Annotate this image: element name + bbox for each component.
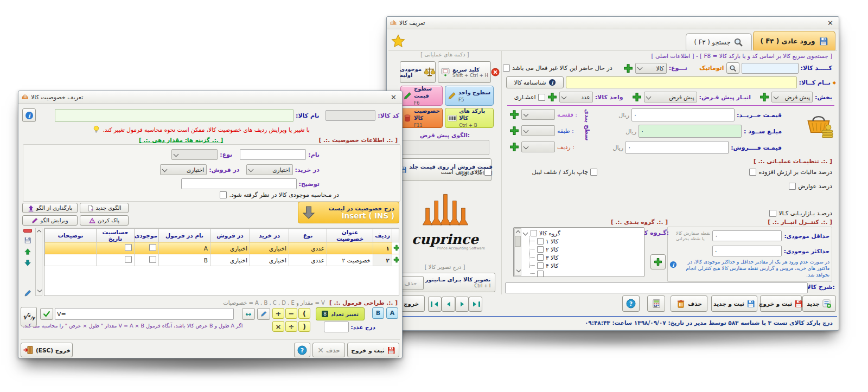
decimal-checkbox[interactable] [538,94,545,101]
description-input[interactable] [505,282,808,293]
calculator-button[interactable] [647,295,665,312]
col-sale[interactable]: در فروش [210,229,250,242]
open-paren-button[interactable]: ( [298,308,310,319]
back-window-titlebar[interactable]: تعریف کالا ✕ [387,17,839,29]
stock-consider-checkbox[interactable] [220,191,227,198]
clear-template-button[interactable]: پاک کردن [80,215,129,226]
add-row-icon[interactable] [393,256,399,263]
col-type[interactable]: نوع [289,229,327,242]
chevron-down-icon[interactable] [523,230,528,236]
help-button[interactable] [294,343,310,357]
formula-input[interactable]: V= [55,308,234,320]
new-button[interactable]: جدید [802,295,836,312]
inactive-checkbox[interactable] [503,65,510,72]
grid-scrollbar[interactable] [35,228,42,296]
product-code-input[interactable] [326,110,375,121]
insert-property-button[interactable]: درج خصوصیت در لیست Insert ( INS ) [298,202,399,223]
tree-item-checkbox[interactable] [537,262,544,269]
nav-last-button[interactable] [469,297,482,312]
product-id-card-button[interactable]: شناسنامه کالا [506,76,564,88]
info-button[interactable] [22,108,36,122]
tab-normal-entry[interactable]: ورود عادی ( F۴ ) [753,31,835,50]
sale-price-input[interactable]: ۰ [626,141,729,154]
tab-search[interactable]: جستجو ( F۳ ) [686,33,752,50]
stock-checkbox[interactable] [149,244,156,251]
price-levels-button[interactable]: سطوح قیمتF6 [400,86,443,106]
table-row[interactable]: ۲ خصوصیت ۲ عددی اختیاری اختیاری B [45,254,400,266]
move-down-icon[interactable] [24,259,31,267]
save-exit-button[interactable]: ثبت و خروج [347,343,399,357]
unit-select[interactable]: عدد [559,92,593,102]
min-stock-input[interactable]: ۰ [712,230,782,241]
mult-op-button[interactable]: × [272,321,284,332]
change-count-button[interactable]: تغییر تعداد 8 [316,307,365,320]
marketing-checkbox[interactable] [769,210,776,217]
product-name-input[interactable] [566,76,797,88]
initial-stock-button[interactable]: موجودی اولیه [400,61,436,83]
tree-item-checkbox[interactable] [537,271,544,277]
load-template-button[interactable]: بارگذاری از الگو [22,203,78,213]
edit-row-icon[interactable] [24,290,31,297]
nav-next-button[interactable] [455,297,469,312]
vat-checkbox[interactable] [749,169,756,176]
note-input[interactable] [181,178,297,189]
add-warehouse-icon[interactable] [632,92,642,102]
div-op-button[interactable]: ÷ [285,321,297,332]
col-row[interactable]: ردیف [373,229,392,242]
add-unit-icon[interactable] [547,92,557,102]
add-group-button[interactable] [650,254,666,269]
save-new-button[interactable]: ثبت و جدید [711,295,757,312]
close-red-icon[interactable] [491,68,500,76]
code-search-button[interactable] [726,62,739,74]
barcode-print-checkbox[interactable] [590,169,597,176]
save-grid-icon[interactable] [24,236,31,244]
nav-first-button[interactable] [428,297,442,312]
purchase-price-input[interactable]: ۰ [631,108,735,121]
col-purchase[interactable]: در خرید [250,229,289,242]
tree-item[interactable]: کالا ۲ [522,245,643,253]
col-stock[interactable]: موجودی [135,229,159,242]
weight-product-checkbox[interactable] [484,169,492,176]
delete-button-disabled[interactable]: ✕ حذف [312,343,345,357]
col-formula-name[interactable]: نام در فرمول [159,229,210,242]
toll-checkbox[interactable] [789,183,796,190]
backspace-button[interactable]: ↔ [242,308,255,320]
close-icon[interactable]: ✕ [825,19,835,27]
tree-item[interactable]: کالا ۴ [522,261,643,269]
type-select[interactable]: کالا [635,63,667,74]
delete-button[interactable]: حذف [671,295,707,312]
date-sensitivity-checkbox[interactable] [125,256,132,263]
plus-op-button[interactable]: + [272,308,284,319]
tree-item[interactable]: کالا ۱ [522,237,643,245]
b-var-button[interactable]: B [372,307,384,319]
product-code-input[interactable] [742,63,799,74]
section-select[interactable]: پیش فرض [771,92,813,102]
tree-item[interactable]: کالا ۳ [522,253,643,261]
scroll-thumb[interactable] [515,236,521,247]
automatic-link[interactable]: اتوماتیک [699,65,724,72]
add-row-icon[interactable] [509,142,519,152]
unit-levels-button[interactable]: سطوح واحدF5 [445,86,494,106]
options-valuation-link[interactable]: [ .:. گزینه ها: مقدار دهی .:. ] [139,137,223,143]
insert-number-input[interactable] [324,322,349,332]
validate-formula-button[interactable] [40,308,53,320]
default-template-field[interactable] [400,140,489,155]
edit-template-button[interactable]: ویرایش الگو [22,215,78,226]
remove-row-icon[interactable] [23,229,32,233]
scroll-down-icon[interactable] [516,268,521,272]
edit-formula-button[interactable] [257,308,270,320]
col-date-sensitivity[interactable]: حساسیت تاریخ [97,229,135,242]
stock-checkbox[interactable] [149,256,156,263]
minus-op-button[interactable]: − [285,308,297,319]
a-var-button[interactable]: A [386,307,398,319]
new-template-button[interactable]: الگوی جدید [80,203,129,213]
tree-item-checkbox[interactable] [537,238,544,245]
col-title[interactable]: عنوان خصوصیت [327,229,373,242]
tree-item[interactable] [522,269,643,277]
front-window-titlebar[interactable]: تعریف خصوصیت کالا ✕ [18,91,402,104]
help-button[interactable] [622,295,640,312]
add-floor-icon[interactable] [509,126,519,136]
profit-amount-input[interactable]: ۰ [639,125,742,138]
scroll-up-icon[interactable] [515,230,520,235]
favorite-star-icon[interactable] [391,34,405,48]
